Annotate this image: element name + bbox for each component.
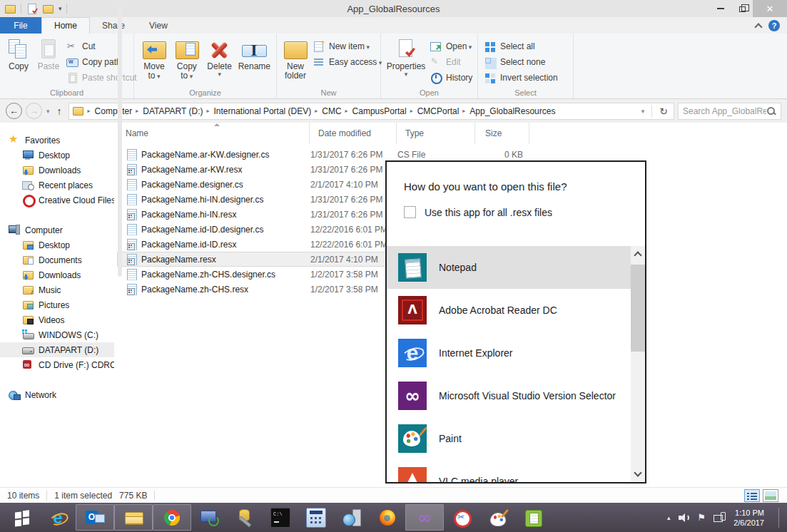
sidebar-item[interactable]: Videos <box>0 312 114 327</box>
minimize-button[interactable] <box>710 0 731 17</box>
qat-customize-caret[interactable]: ▾ <box>59 5 62 12</box>
volume-icon[interactable] <box>679 513 690 523</box>
history-button[interactable]: History <box>430 71 472 85</box>
ribbon-tab[interactable]: Share <box>90 17 137 34</box>
column-header-type[interactable]: Type <box>397 123 475 144</box>
action-center-flag-icon[interactable]: ⚑ <box>698 513 706 522</box>
taskbar-button[interactable] <box>334 503 370 532</box>
taskbar-button[interactable] <box>405 504 444 531</box>
column-header-size[interactable]: Size <box>475 123 529 144</box>
navigation-scrollbar[interactable] <box>118 6 122 277</box>
breadcrumb-item[interactable]: International Portal (DEV) <box>203 106 311 116</box>
breadcrumb-item[interactable]: CampusPortal <box>342 106 407 116</box>
move-to-button[interactable]: Move to <box>140 36 168 87</box>
taskbar-button[interactable] <box>479 503 515 532</box>
taskbar-button[interactable] <box>76 504 114 531</box>
easy-access-button[interactable]: Easy access <box>313 55 382 69</box>
copy-to-button[interactable]: Copy to <box>173 36 201 87</box>
app-option[interactable]: VLC media player <box>387 460 645 482</box>
taskbar-button[interactable] <box>40 503 76 532</box>
collapse-ribbon-icon[interactable] <box>754 23 762 31</box>
breadcrumb-item[interactable]: CMC <box>311 106 341 116</box>
dialog-scrollbar[interactable] <box>631 246 645 482</box>
tab-file[interactable]: File <box>0 17 41 34</box>
sidebar-item[interactable]: WINDOWS (C:) <box>0 327 114 342</box>
paste-button[interactable]: Paste <box>36 36 61 87</box>
qat-new-folder-button[interactable] <box>42 4 54 14</box>
search-box[interactable] <box>678 103 781 120</box>
copy-path-button[interactable]: Copy path <box>66 55 137 69</box>
cut-button[interactable]: Cut <box>66 39 137 53</box>
open-button[interactable]: Open <box>430 39 472 53</box>
use-for-all-checkbox[interactable] <box>404 206 416 218</box>
app-option[interactable]: Adobe Acrobat Reader DC <box>387 289 645 332</box>
rename-button[interactable]: Rename <box>238 36 270 87</box>
breadcrumb-item[interactable]: CMCPortal <box>407 106 459 116</box>
app-option[interactable]: Paint <box>387 417 645 460</box>
delete-button[interactable]: Delete <box>205 36 234 87</box>
copy-button[interactable]: Copy <box>6 36 31 87</box>
file-row[interactable]: PackageName.ar-KW.designer.cs 1/31/2017 … <box>117 147 539 162</box>
up-button[interactable]: ↑ <box>54 106 65 117</box>
new-folder-button[interactable]: New folder <box>283 36 308 87</box>
help-icon[interactable]: ? <box>768 20 780 31</box>
sidebar-item[interactable]: Desktop <box>0 148 114 163</box>
taskbar-button[interactable] <box>191 503 227 532</box>
column-header-date[interactable]: Date modified <box>310 123 397 144</box>
recent-locations-caret[interactable]: ▾ <box>46 108 51 115</box>
forward-button[interactable]: → <box>26 103 42 119</box>
column-header-name[interactable]: Name <box>117 123 310 144</box>
sidebar-item[interactable]: Creative Cloud Files <box>0 193 114 208</box>
taskbar-button[interactable] <box>227 503 263 532</box>
thumbnails-view-button[interactable] <box>763 489 778 502</box>
taskbar-button[interactable] <box>263 503 298 532</box>
taskbar-button[interactable] <box>370 503 405 532</box>
sidebar-item[interactable]: Downloads <box>0 267 114 282</box>
app-option[interactable]: Microsoft Visual Studio Version Selector <box>387 374 645 417</box>
breadcrumb-bar[interactable]: Computer DATAPART (D:) International Por… <box>68 103 674 120</box>
sidebar-item[interactable]: CD Drive (F:) CDROM <box>0 357 114 372</box>
sidebar-item[interactable]: Favorites <box>0 133 114 148</box>
show-hidden-icons-button[interactable]: ▴ <box>667 514 671 521</box>
taskbar-button[interactable] <box>153 504 191 531</box>
back-button[interactable]: ← <box>6 103 22 119</box>
taskbar-button[interactable] <box>444 503 479 532</box>
app-option[interactable]: Notepad <box>387 246 645 289</box>
scrollbar-thumb[interactable] <box>631 265 645 352</box>
taskbar-button[interactable] <box>4 503 40 532</box>
restore-button[interactable] <box>731 0 753 17</box>
taskbar-button[interactable] <box>515 503 551 532</box>
search-icon[interactable] <box>766 106 776 116</box>
sidebar-item[interactable]: Music <box>0 282 114 297</box>
invert-selection-button[interactable]: Invert selection <box>484 71 558 85</box>
sidebar-item[interactable]: Desktop <box>0 237 114 252</box>
breadcrumb-item[interactable]: App_GlobalResources <box>459 106 555 116</box>
sidebar-item[interactable]: Pictures <box>0 297 114 312</box>
sidebar-item[interactable]: Documents <box>0 252 114 267</box>
close-button[interactable] <box>753 0 787 17</box>
taskbar-button[interactable] <box>298 503 334 532</box>
sidebar-item[interactable]: Computer <box>0 222 114 237</box>
qat-properties-button[interactable] <box>26 4 38 14</box>
taskbar-button[interactable] <box>114 504 153 531</box>
sidebar-item[interactable]: DATAPART (D:) <box>0 342 114 357</box>
network-icon[interactable] <box>714 512 726 523</box>
details-view-button[interactable] <box>744 489 760 502</box>
use-for-all-option[interactable]: Use this app for all .resx files <box>404 206 552 218</box>
paste-shortcut-button[interactable]: Paste shortcut <box>66 71 137 85</box>
sidebar-item[interactable]: Recent places <box>0 178 114 193</box>
new-item-button[interactable]: New item <box>313 39 382 53</box>
sidebar-item[interactable]: Network <box>0 387 114 402</box>
app-option[interactable]: Internet Explorer <box>387 332 645 374</box>
show-desktop-button[interactable] <box>778 508 784 528</box>
sidebar-item[interactable]: Downloads <box>0 163 114 178</box>
ribbon-tab[interactable]: View <box>137 17 180 34</box>
scroll-down-button[interactable] <box>631 466 645 482</box>
scroll-up-button[interactable] <box>631 246 645 262</box>
select-all-button[interactable]: Select all <box>484 39 558 53</box>
select-none-button[interactable]: Select none <box>484 55 558 69</box>
properties-button[interactable]: Properties <box>387 36 425 87</box>
address-dropdown-caret[interactable]: ▾ <box>639 108 648 115</box>
search-input[interactable] <box>683 106 766 116</box>
breadcrumb-item[interactable]: DATAPART (D:) <box>132 106 203 116</box>
